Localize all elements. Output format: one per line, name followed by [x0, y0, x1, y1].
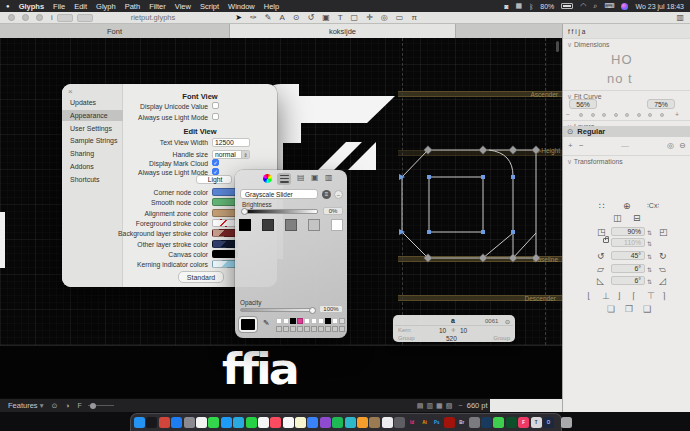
kern-right-value[interactable]: 10: [460, 327, 467, 334]
preview-contrast-icon[interactable]: ◑: [65, 402, 69, 410]
slant-right-icon[interactable]: ▱: [659, 265, 666, 274]
current-color-swatch[interactable]: [239, 317, 257, 332]
recent-swatch-5[interactable]: [311, 318, 317, 324]
segmented-control-2[interactable]: [77, 14, 93, 22]
scale-down-icon[interactable]: ◳: [597, 228, 606, 237]
fit-curve-dot-0[interactable]: [579, 113, 583, 117]
annotation-a-tool[interactable]: A: [279, 13, 284, 22]
recent-slot-3[interactable]: [297, 326, 303, 332]
info-gear-icon[interactable]: ⊙: [505, 318, 510, 325]
menu-edit[interactable]: Edit: [74, 2, 87, 11]
layer-row-regular[interactable]: ⊙ Regular: [563, 126, 690, 137]
dock-dock-app-28[interactable]: [469, 417, 480, 428]
remove-layer-button[interactable]: −: [579, 141, 584, 150]
dock-notes[interactable]: [295, 417, 306, 428]
options-circle-icon[interactable]: ≡: [322, 190, 331, 199]
gray-swatch-0[interactable]: [239, 219, 251, 231]
fit-curve-dot-3[interactable]: [614, 113, 618, 117]
dock-calendar[interactable]: [283, 417, 294, 428]
dock-dock-app-33[interactable]: T: [531, 417, 542, 428]
menu-glyphs[interactable]: Glyphs: [19, 2, 44, 11]
dock-dock-app-22[interactable]: [394, 417, 405, 428]
slant-value[interactable]: 6°: [611, 264, 645, 273]
menu-path[interactable]: Path: [125, 2, 140, 11]
spotlight-icon[interactable]: ⌕: [593, 2, 597, 10]
apple-menu[interactable]: ●: [6, 3, 10, 9]
recent-swatch-4[interactable]: [304, 318, 310, 324]
preview-size-slider[interactable]: [88, 405, 114, 406]
scale-tool[interactable]: ⊙: [293, 13, 300, 22]
align-vcenter-icon[interactable]: ⊤: [647, 292, 655, 301]
dock-dock-app-29[interactable]: [481, 417, 492, 428]
kern-cross-icon[interactable]: ✛: [451, 327, 456, 333]
dock-dock-app-19[interactable]: [357, 417, 368, 428]
dock-illustrator[interactable]: Ai: [419, 417, 430, 428]
font-view-row-0-checkbox[interactable]: [212, 102, 219, 109]
handle-size-dropdown[interactable]: normal ⇕: [212, 150, 250, 159]
kerning-tool[interactable]: π: [411, 13, 417, 22]
menu-script[interactable]: Script: [200, 2, 219, 11]
dock-fontlab[interactable]: F: [518, 417, 529, 428]
scale2-stepper[interactable]: ⇅: [647, 240, 652, 247]
menu-clock[interactable]: Wo 23 jul 18:43: [635, 3, 684, 10]
recent-swatch-3[interactable]: [297, 318, 303, 324]
fit-curve-minus[interactable]: −: [566, 111, 570, 118]
rotate-value[interactable]: 45°: [611, 251, 645, 260]
view-waterfall-icon[interactable]: ▤: [417, 402, 424, 410]
display-icon[interactable]: ▦: [516, 2, 523, 10]
bluetooth-icon[interactable]: ᛒ: [529, 3, 533, 10]
subtract-icon[interactable]: ❐: [625, 305, 633, 314]
recent-swatch-0[interactable]: [276, 318, 282, 324]
lock-icon[interactable]: [603, 238, 609, 243]
dock-whatsapp[interactable]: [246, 417, 257, 428]
zoom-tool[interactable]: ◎: [381, 13, 388, 22]
opacity-slider[interactable]: [240, 308, 314, 312]
minimize-circle-icon[interactable]: −: [334, 190, 343, 199]
gray-swatch-2[interactable]: [285, 219, 297, 231]
image-mode-icon[interactable]: ▣: [311, 174, 319, 182]
dock-dock-app-21[interactable]: [382, 417, 393, 428]
mirror-horizontal-icon[interactable]: ◫: [613, 214, 622, 223]
features-menu[interactable]: Features ▾: [8, 401, 43, 410]
align-top-icon[interactable]: ⌈: [632, 292, 636, 301]
scale-stepper[interactable]: ⇅: [647, 229, 652, 236]
dock-acrobat[interactable]: [444, 417, 455, 428]
rotate-tool[interactable]: ↺: [307, 13, 314, 22]
dock-podcasts[interactable]: [320, 417, 331, 428]
scale-up-icon[interactable]: ◰: [659, 228, 668, 237]
slant-left-icon[interactable]: ▱: [597, 265, 604, 274]
sidebar-toggle-icon[interactable]: ▥: [676, 13, 684, 22]
dock-dock-app-31[interactable]: [506, 417, 517, 428]
recent-slot-0[interactable]: [276, 326, 282, 332]
recent-swatch-1[interactable]: [283, 318, 289, 324]
eyedropper-icon[interactable]: ✐: [261, 319, 270, 326]
menu-glyph[interactable]: Glyph: [96, 2, 116, 11]
fit-curve-dot-2[interactable]: [602, 113, 606, 117]
close-traffic-light[interactable]: [8, 14, 15, 21]
dock-dock-app-09[interactable]: [233, 417, 244, 428]
intersect-icon[interactable]: ❑: [643, 305, 651, 314]
fit-curve-dot-7[interactable]: [660, 113, 664, 117]
pencil-tool[interactable]: ✎: [265, 13, 272, 22]
menu-extra-icon[interactable]: ◙: [504, 3, 508, 10]
theme-dropdown[interactable]: Light: [196, 175, 232, 184]
skew-left-icon[interactable]: ◺: [597, 277, 604, 286]
scale-secondary-value[interactable]: 110%: [611, 238, 645, 247]
wifi-icon[interactable]: ◠: [580, 2, 586, 10]
align-hcenter-icon[interactable]: ⊥: [602, 292, 610, 301]
fit-curve-dot-5[interactable]: [637, 113, 641, 117]
opacity-knob[interactable]: [309, 307, 316, 314]
menu-window[interactable]: Window: [228, 2, 255, 11]
brightness-knob[interactable]: [241, 208, 248, 215]
align-right-icon[interactable]: ⌋: [617, 292, 621, 301]
dock-app-store[interactable]: [171, 417, 182, 428]
crayons-mode-icon[interactable]: ▥: [325, 174, 333, 182]
union-icon[interactable]: ❏: [607, 305, 615, 314]
disclosure-icon[interactable]: ∨: [567, 41, 572, 48]
dock-dock-app-02[interactable]: [146, 417, 157, 428]
align-bottom-icon[interactable]: ⌉: [662, 292, 666, 301]
dock-mail[interactable]: [221, 417, 232, 428]
fit-curve-dot-4[interactable]: [625, 113, 629, 117]
recent-slot-8[interactable]: [332, 326, 338, 332]
scale-value[interactable]: 90%: [611, 227, 645, 236]
